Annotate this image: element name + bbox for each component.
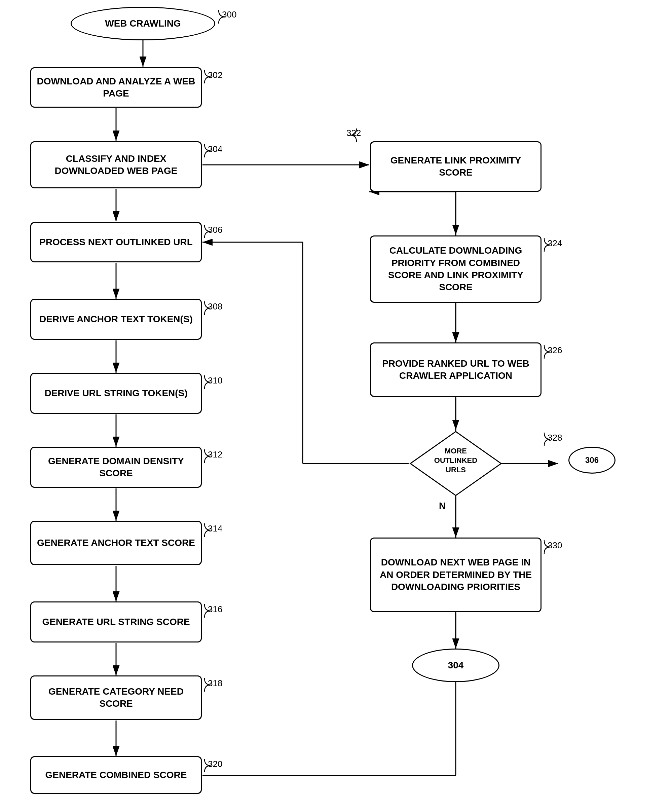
node-328-diamond: MORE OUTLINKED URLS [409,430,503,497]
node-302: DOWNLOAD AND ANALYZE A WEB PAGE [30,67,202,108]
label-318: GENERATE CATEGORY NEED SCORE [36,685,196,710]
label-312: GENERATE DOMAIN DENSITY SCORE [36,455,196,480]
node-322: GENERATE LINK PROXIMITY SCORE [370,141,542,192]
ref-304-label: 304 [448,659,464,672]
svg-text:OUTLINKED: OUTLINKED [434,456,477,464]
node-304: CLASSIFY AND INDEX DOWNLOADED WEB PAGE [30,141,202,188]
label-302: DOWNLOAD AND ANALYZE A WEB PAGE [36,75,196,100]
label-326: PROVIDE RANKED URL TO WEB CRAWLER APPLIC… [376,358,535,382]
label-308: DERIVE ANCHOR TEXT TOKEN(S) [39,313,193,325]
node-310: DERIVE URL STRING TOKEN(S) [30,373,202,414]
label-314: GENERATE ANCHOR TEXT SCORE [37,537,195,549]
label-330: DOWNLOAD NEXT WEB PAGE IN AN ORDER DETER… [376,556,535,593]
node-324: CALCULATE DOWNLOADING PRIORITY FROM COMB… [370,235,542,303]
start-node: WEB CRAWLING [71,7,215,40]
node-306: PROCESS NEXT OUTLINKED URL [30,222,202,262]
n-label: N [439,501,446,511]
node-320: GENERATE COMBINED SCORE [30,756,202,794]
start-label: WEB CRAWLING [105,17,181,30]
node-330: DOWNLOAD NEXT WEB PAGE IN AN ORDER DETER… [370,538,542,612]
node-316: GENERATE URL STRING SCORE [30,601,202,643]
label-310: DERIVE URL STRING TOKEN(S) [44,387,187,399]
ref-306-label: 306 [585,455,599,465]
node-326: PROVIDE RANKED URL TO WEB CRAWLER APPLIC… [370,343,542,397]
label-320: GENERATE COMBINED SCORE [45,769,187,781]
svg-text:URLS: URLS [446,466,466,474]
node-314: GENERATE ANCHOR TEXT SCORE [30,521,202,565]
node-318: GENERATE CATEGORY NEED SCORE [30,675,202,720]
node-308: DERIVE ANCHOR TEXT TOKEN(S) [30,299,202,340]
node-312: GENERATE DOMAIN DENSITY SCORE [30,447,202,488]
label-304: CLASSIFY AND INDEX DOWNLOADED WEB PAGE [36,153,196,177]
label-316: GENERATE URL STRING SCORE [42,616,190,628]
ref-node-306: 306 [568,447,616,474]
label-324: CALCULATE DOWNLOADING PRIORITY FROM COMB… [376,245,535,294]
ref-node-304: 304 [412,648,500,682]
svg-text:MORE: MORE [445,447,467,455]
label-306: PROCESS NEXT OUTLINKED URL [39,236,193,248]
label-322: GENERATE LINK PROXIMITY SCORE [376,154,535,179]
